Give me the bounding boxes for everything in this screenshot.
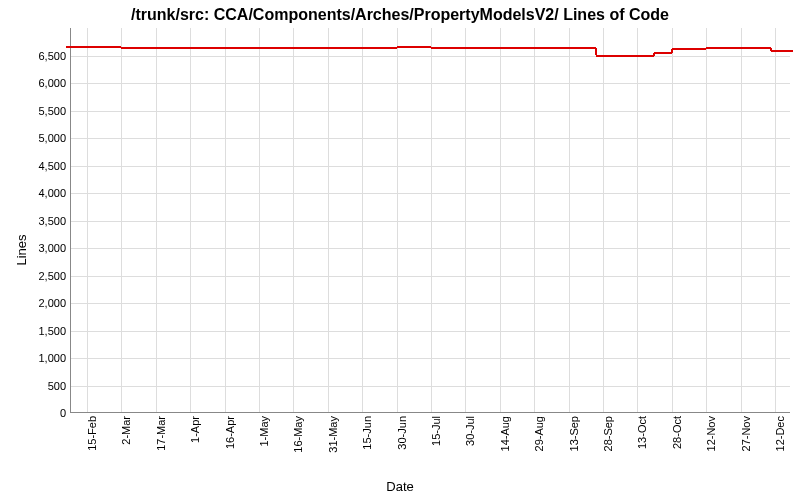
y-tick: 4,000 <box>6 187 66 199</box>
chart-title: /trunk/src: CCA/Components/Arches/Proper… <box>0 6 800 24</box>
grid-v <box>603 28 604 412</box>
y-tick: 4,500 <box>6 160 66 172</box>
grid-v <box>259 28 260 412</box>
x-tick: 13-Sep <box>568 416 580 451</box>
x-tick: 30-Jul <box>464 416 476 446</box>
y-tick: 1,000 <box>6 352 66 364</box>
data-line <box>706 47 740 49</box>
grid-v <box>431 28 432 412</box>
x-tick: 16-Apr <box>224 416 236 449</box>
grid-v <box>637 28 638 412</box>
data-line <box>362 47 396 49</box>
data-line <box>397 46 431 48</box>
data-line <box>66 46 87 48</box>
y-tick: 3,000 <box>6 242 66 254</box>
x-tick: 12-Nov <box>705 416 717 451</box>
grid-v <box>672 28 673 412</box>
grid-v <box>190 28 191 412</box>
data-line <box>259 47 293 49</box>
grid-v <box>121 28 122 412</box>
x-tick: 27-Nov <box>740 416 752 451</box>
x-tick: 17-Mar <box>155 416 167 451</box>
y-tick: 2,500 <box>6 270 66 282</box>
x-tick: 1-Apr <box>189 416 201 443</box>
data-line <box>771 50 793 52</box>
x-tick: 13-Oct <box>636 416 648 449</box>
y-tick: 3,500 <box>6 215 66 227</box>
data-line <box>654 52 672 54</box>
data-line <box>328 47 362 49</box>
y-tick: 1,500 <box>6 325 66 337</box>
data-line <box>465 47 499 49</box>
y-tick: 5,000 <box>6 132 66 144</box>
x-tick: 31-May <box>327 416 339 453</box>
grid-v <box>465 28 466 412</box>
x-tick: 12-Dec <box>774 416 786 451</box>
grid-v <box>87 28 88 412</box>
y-tick: 6,000 <box>6 77 66 89</box>
grid-v <box>741 28 742 412</box>
x-axis-label: Date <box>0 479 800 494</box>
grid-v <box>397 28 398 412</box>
x-tick: 28-Oct <box>671 416 683 449</box>
x-tick: 15-Feb <box>86 416 98 451</box>
grid-v <box>293 28 294 412</box>
data-line <box>225 47 259 49</box>
grid-v <box>362 28 363 412</box>
x-tick: 1-May <box>258 416 270 447</box>
x-tick: 29-Aug <box>533 416 545 451</box>
data-line <box>741 47 771 49</box>
data-line <box>87 46 121 48</box>
loc-line-chart: /trunk/src: CCA/Components/Arches/Proper… <box>0 0 800 500</box>
grid-v <box>500 28 501 412</box>
data-line <box>637 55 653 57</box>
grid-v <box>328 28 329 412</box>
plot-area <box>70 28 790 413</box>
data-line <box>569 47 597 49</box>
x-tick: 16-May <box>292 416 304 453</box>
data-line <box>672 48 706 50</box>
data-line <box>596 55 637 57</box>
data-line <box>500 47 534 49</box>
grid-v <box>775 28 776 412</box>
grid-v <box>706 28 707 412</box>
x-tick: 15-Jul <box>430 416 442 446</box>
data-line <box>121 47 155 49</box>
grid-v <box>156 28 157 412</box>
y-tick: 5,500 <box>6 105 66 117</box>
y-tick: 2,000 <box>6 297 66 309</box>
y-tick: 0 <box>6 407 66 419</box>
x-tick: 30-Jun <box>396 416 408 450</box>
y-tick: 500 <box>6 380 66 392</box>
x-tick: 14-Aug <box>499 416 511 451</box>
x-tick: 28-Sep <box>602 416 614 451</box>
data-line <box>190 47 224 49</box>
y-tick: 6,500 <box>6 50 66 62</box>
x-tick: 2-Mar <box>120 416 132 445</box>
grid-v <box>569 28 570 412</box>
data-line <box>431 47 465 49</box>
x-tick: 15-Jun <box>361 416 373 450</box>
grid-v <box>225 28 226 412</box>
data-line <box>534 47 568 49</box>
data-line <box>293 47 327 49</box>
data-line <box>156 47 190 49</box>
grid-v <box>534 28 535 412</box>
